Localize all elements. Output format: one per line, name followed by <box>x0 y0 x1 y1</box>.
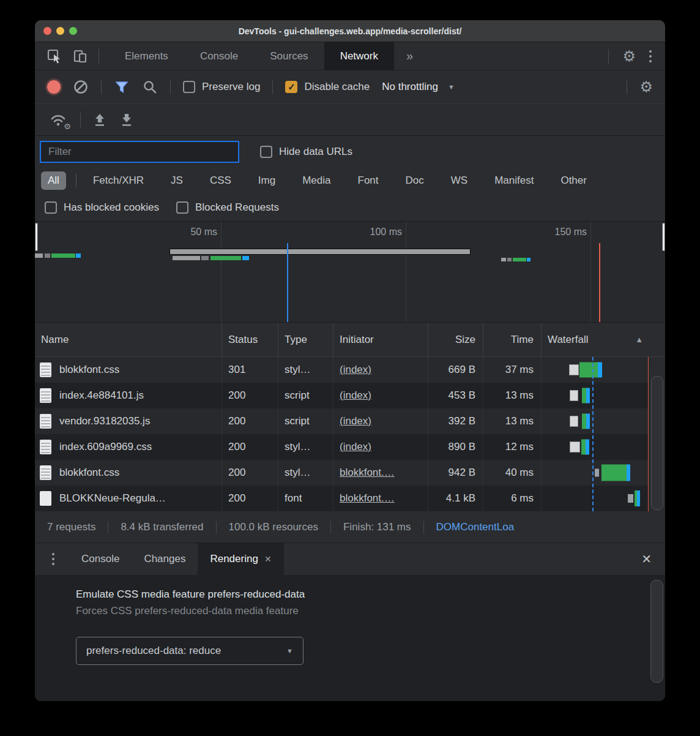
network-overview-timeline[interactable]: 50 ms100 ms150 ms <box>35 222 665 323</box>
overview-right-grip[interactable] <box>662 223 665 251</box>
blocked-requests-toggle[interactable]: Blocked Requests <box>176 201 279 214</box>
clear-icon[interactable] <box>73 79 89 95</box>
drawer-scrollbar[interactable] <box>649 575 665 701</box>
initiator-link[interactable]: blokkfont.… <box>340 467 395 479</box>
throttling-dropdown[interactable]: No throttling ▼ <box>382 81 455 93</box>
initiator-cell: (index) <box>333 434 428 460</box>
filter-pill-fetchxhr[interactable]: Fetch/XHR <box>86 171 151 190</box>
filter-pill-ws[interactable]: WS <box>444 171 474 190</box>
initiator-cell: blokkfont.… <box>333 460 428 486</box>
disable-cache-toggle[interactable]: ✓ Disable cache <box>285 81 370 93</box>
tab-console[interactable]: Console <box>184 42 254 70</box>
settings-gear-icon[interactable]: ⚙ <box>622 49 636 64</box>
toolbar-divider <box>99 49 99 64</box>
filter-pill-other[interactable]: Other <box>554 171 594 190</box>
overview-left-grip[interactable] <box>35 223 38 251</box>
table-row[interactable]: blokkfont.css200styl…blokkfont.…942 B40 … <box>35 460 665 486</box>
drawer-close-button[interactable]: ✕ <box>628 543 665 575</box>
drawer-scrollbar-thumb[interactable] <box>650 580 663 683</box>
initiator-link[interactable]: (index) <box>340 389 371 402</box>
waterfall-blue-segment <box>586 388 590 404</box>
filter-input[interactable] <box>40 141 239 163</box>
waterfall-cell <box>542 460 665 486</box>
record-button[interactable] <box>47 80 61 94</box>
overview-gridline <box>221 222 222 322</box>
blocked-requests-checkbox[interactable] <box>176 201 188 214</box>
filter-row: Hide data URLs <box>35 136 665 168</box>
export-har-icon[interactable] <box>119 111 135 129</box>
initiator-cell: (index) <box>333 357 428 383</box>
filter-pill-media[interactable]: Media <box>296 171 337 190</box>
type-cell: styl… <box>278 434 333 460</box>
column-header-status[interactable]: Status <box>222 323 278 356</box>
column-header-initiator[interactable]: Initiator <box>333 323 428 356</box>
tab-network[interactable]: Network <box>324 42 394 70</box>
filter-pill-js[interactable]: JS <box>164 171 190 190</box>
request-name: vendor.93182035.js <box>59 415 150 427</box>
table-row[interactable]: vendor.93182035.js200script(index)392 B1… <box>35 408 665 434</box>
has-blocked-cookies-checkbox[interactable] <box>45 201 57 214</box>
waterfall-blue-segment <box>637 490 640 506</box>
network-settings-gear-icon[interactable]: ⚙ <box>639 80 653 94</box>
initiator-link[interactable]: (index) <box>340 415 371 427</box>
inspect-element-icon[interactable] <box>46 48 63 65</box>
column-header-waterfall[interactable]: Waterfall▲ <box>542 323 665 356</box>
has-blocked-cookies-toggle[interactable]: Has blocked cookies <box>45 201 159 214</box>
table-row[interactable]: blokkfont.css301styl…(index)669 B37 ms <box>35 357 665 383</box>
network-toolbar: Preserve log ✓ Disable cache No throttli… <box>35 70 665 104</box>
preserve-log-toggle[interactable]: Preserve log <box>183 81 260 93</box>
tab-close-icon[interactable]: ✕ <box>264 554 272 564</box>
filter-pill-doc[interactable]: Doc <box>399 171 431 190</box>
main-menu-kebab-icon[interactable] <box>649 50 652 62</box>
tab-sources[interactable]: Sources <box>254 42 324 70</box>
search-icon[interactable] <box>142 79 158 95</box>
requests-table-body: blokkfont.css301styl…(index)669 B37 msin… <box>35 357 665 511</box>
initiator-link[interactable]: (index) <box>340 441 371 453</box>
import-har-icon[interactable] <box>92 111 108 129</box>
waterfall-cell <box>542 434 665 460</box>
table-scrollbar[interactable] <box>649 357 665 511</box>
column-header-name[interactable]: Name <box>35 323 222 356</box>
filter-pill-manifest[interactable]: Manifest <box>488 171 540 190</box>
overview-tick-label: 50 ms <box>162 227 217 238</box>
requests-table-header: NameStatusTypeInitiatorSizeTimeWaterfall… <box>35 323 665 357</box>
initiator-link[interactable]: (index) <box>340 364 371 376</box>
hide-data-urls-checkbox[interactable] <box>260 146 272 158</box>
drawer-tab-console[interactable]: Console <box>69 543 132 575</box>
device-toolbar-icon[interactable] <box>72 48 89 65</box>
column-header-time[interactable]: Time <box>483 323 542 356</box>
column-header-type[interactable]: Type <box>278 323 333 356</box>
filter-pill-css[interactable]: CSS <box>203 171 238 190</box>
initiator-link[interactable]: blokkfont.… <box>340 492 395 505</box>
prefers-reduced-data-select[interactable]: prefers-reduced-data: reduce ▼ <box>76 637 303 665</box>
filter-pill-img[interactable]: Img <box>251 171 282 190</box>
summary-item: 7 requests <box>35 521 108 533</box>
filter-pill-font[interactable]: Font <box>351 171 385 190</box>
drawer-tab-changes[interactable]: Changes <box>132 543 198 575</box>
table-row[interactable]: index.4e884101.js200script(index)453 B13… <box>35 383 665 408</box>
waterfall-tick-segment <box>595 469 599 477</box>
devtools-window: DevTools - gui-challenges.web.app/media-… <box>35 20 665 701</box>
hide-data-urls-toggle[interactable]: Hide data URLs <box>260 146 352 158</box>
filter-pill-all[interactable]: All <box>41 171 66 190</box>
filter-funnel-icon[interactable] <box>114 79 130 95</box>
hide-data-urls-label: Hide data URLs <box>279 146 352 158</box>
disable-cache-checkbox[interactable]: ✓ <box>285 81 297 93</box>
table-row[interactable]: BLOKKNeue-Regula…200fontblokkfont.…4.1 k… <box>35 486 665 511</box>
network-conditions-icon[interactable]: ⚙ <box>48 111 69 129</box>
waterfall-cell <box>542 357 665 383</box>
request-name-cell: blokkfont.css <box>35 460 222 486</box>
table-row[interactable]: index.609a9969.css200styl…(index)890 B12… <box>35 434 665 460</box>
summary-item[interactable]: DOMContentLoa <box>423 521 527 533</box>
column-header-size[interactable]: Size <box>428 323 483 356</box>
size-cell: 669 B <box>428 357 483 383</box>
table-scrollbar-thumb[interactable] <box>651 376 663 510</box>
waterfall-block-segment <box>570 441 580 452</box>
preserve-log-checkbox[interactable] <box>183 81 195 93</box>
drawer-menu-kebab-icon[interactable] <box>52 553 54 565</box>
tab-elements[interactable]: Elements <box>109 42 184 70</box>
drawer-tab-rendering[interactable]: Rendering✕ <box>198 543 283 575</box>
overview-bar <box>173 256 200 260</box>
more-tabs-button[interactable]: » <box>394 42 425 70</box>
waterfall-blue-segment <box>627 465 630 481</box>
